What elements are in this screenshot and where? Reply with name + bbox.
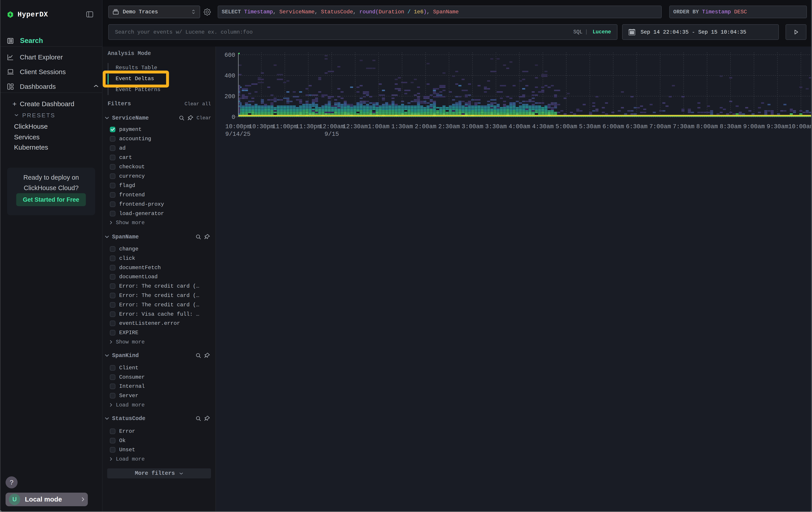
svg-text:2:00am: 2:00am xyxy=(415,123,436,130)
svg-text:2:30am: 2:30am xyxy=(438,123,460,130)
svg-text:600: 600 xyxy=(224,52,235,58)
svg-text:4:00am: 4:00am xyxy=(509,123,530,130)
svg-text:8:30am: 8:30am xyxy=(720,123,741,130)
svg-text:12:30am: 12:30am xyxy=(343,123,368,130)
svg-text:8:00am: 8:00am xyxy=(696,123,718,130)
svg-text:9/14/25: 9/14/25 xyxy=(225,131,250,138)
svg-text:200: 200 xyxy=(224,93,235,100)
svg-text:1:00am: 1:00am xyxy=(368,123,389,130)
svg-text:9:00am: 9:00am xyxy=(743,123,765,130)
svg-text:5:00am: 5:00am xyxy=(555,123,577,130)
svg-text:4:30am: 4:30am xyxy=(532,123,554,130)
svg-text:1:30am: 1:30am xyxy=(391,123,413,130)
svg-text:11:30pm: 11:30pm xyxy=(296,123,321,130)
svg-text:400: 400 xyxy=(224,73,235,79)
svg-text:7:00am: 7:00am xyxy=(649,123,671,130)
svg-text:11:00pm: 11:00pm xyxy=(272,123,297,130)
svg-text:0: 0 xyxy=(232,114,235,120)
svg-text:9:30am: 9:30am xyxy=(766,123,788,130)
svg-text:10:30pm: 10:30pm xyxy=(249,123,274,130)
svg-text:7:30am: 7:30am xyxy=(673,123,694,130)
svg-text:10:00pm: 10:00pm xyxy=(225,123,250,130)
svg-text:10:00am: 10:00am xyxy=(788,123,812,130)
svg-text:5:30am: 5:30am xyxy=(579,123,601,130)
svg-text:6:30am: 6:30am xyxy=(626,123,647,130)
svg-text:9/15: 9/15 xyxy=(325,131,339,138)
svg-text:3:00am: 3:00am xyxy=(462,123,483,130)
svg-text:6:00am: 6:00am xyxy=(602,123,624,130)
svg-text:3:30am: 3:30am xyxy=(485,123,507,130)
svg-text:12:00am: 12:00am xyxy=(319,123,344,130)
